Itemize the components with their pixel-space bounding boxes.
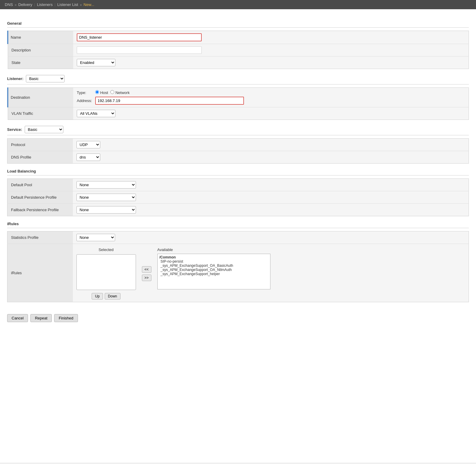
radio-network[interactable] bbox=[110, 90, 114, 94]
destination-label: Destination bbox=[8, 88, 73, 107]
lb-section-header: Load Balancing bbox=[7, 169, 469, 173]
service-table: Protocol UDP TCP Any DNS Profile dns Non… bbox=[7, 138, 469, 164]
listener-section-header: Listener: Basic Advanced bbox=[7, 75, 469, 82]
address-input[interactable] bbox=[95, 97, 244, 105]
dns-profile-value-cell: dns None bbox=[73, 151, 469, 164]
service-section-label: Service: bbox=[7, 127, 22, 132]
vlan-traffic-select[interactable]: All VLANs Enabled on Disabled on bbox=[77, 110, 115, 117]
dest-addr-row: Address: bbox=[77, 97, 465, 105]
protocol-label: Protocol bbox=[7, 139, 73, 151]
up-button[interactable]: Up bbox=[92, 293, 103, 300]
radio-host-label[interactable]: Host bbox=[95, 90, 108, 95]
breadcrumb-delivery[interactable]: Delivery bbox=[18, 2, 32, 7]
vlan-traffic-row: VLAN Traffic All VLANs Enabled on Disabl… bbox=[8, 107, 469, 120]
type-label: Type: bbox=[77, 90, 93, 95]
dns-profile-row: DNS Profile dns None bbox=[7, 151, 469, 164]
transfer-left-button[interactable]: << bbox=[142, 266, 151, 273]
available-item-1[interactable]: SIP-no-persist bbox=[159, 259, 268, 264]
irules-table: Statistics Profile None iRules Selected … bbox=[7, 231, 469, 302]
fallback-persistence-select[interactable]: None bbox=[76, 206, 136, 214]
description-value-cell bbox=[73, 44, 469, 57]
service-section-header: Service: Basic Advanced bbox=[7, 126, 469, 133]
breadcrumb-new: New... bbox=[84, 2, 94, 7]
fallback-persistence-label: Fallback Persistence Profile bbox=[7, 204, 73, 216]
protocol-row: Protocol UDP TCP Any bbox=[7, 139, 469, 151]
destination-value-cell: Type: Host Network Address: bbox=[73, 88, 469, 107]
arrow-col: << >> bbox=[142, 266, 151, 281]
breadcrumb-bar: DNS » Delivery : Listeners : Listener Li… bbox=[0, 0, 476, 9]
fallback-persistence-row: Fallback Persistence Profile None bbox=[7, 204, 469, 216]
transfer-right-button[interactable]: >> bbox=[142, 275, 151, 281]
irules-available-box[interactable]: /Common SIP-no-persist _sys_APM_Exchange… bbox=[157, 254, 270, 289]
breadcrumb-listeners[interactable]: Listeners bbox=[37, 2, 53, 7]
irules-available-col: Available /Common SIP-no-persist _sys_AP… bbox=[157, 247, 270, 289]
dns-profile-label: DNS Profile bbox=[7, 151, 73, 164]
updown-row: Up Down bbox=[92, 293, 120, 300]
breadcrumb-sep2: : bbox=[34, 2, 35, 7]
name-label: Name bbox=[8, 31, 73, 44]
available-item-2[interactable]: _sys_APM_ExchangeSupport_OA_BasicAuth bbox=[159, 264, 268, 268]
selected-col-label: Selected bbox=[98, 247, 114, 252]
statistics-profile-row: Statistics Profile None bbox=[7, 231, 469, 244]
general-table: Name Description State Enabled Disabled bbox=[7, 31, 469, 69]
available-col-label: Available bbox=[157, 247, 173, 252]
default-persistence-label: Default Persistence Profile bbox=[7, 191, 73, 204]
radio-network-label[interactable]: Network bbox=[110, 90, 129, 95]
dest-type-row: Type: Host Network bbox=[77, 90, 465, 95]
radio-host-text: Host bbox=[100, 90, 108, 95]
finished-button[interactable]: Finished bbox=[54, 314, 78, 322]
description-input[interactable] bbox=[77, 46, 202, 54]
radio-network-text: Network bbox=[115, 90, 130, 95]
general-section-header: General bbox=[7, 21, 469, 26]
available-item-4[interactable]: _sys_APM_ExchangeSupport_helper bbox=[159, 272, 268, 276]
statistics-profile-value-cell: None bbox=[73, 231, 469, 244]
default-pool-select[interactable]: None bbox=[76, 181, 136, 189]
irules-row: iRules Selected Up Down << bbox=[7, 244, 469, 302]
statistics-profile-select[interactable]: None bbox=[76, 234, 115, 241]
state-row: State Enabled Disabled bbox=[8, 57, 469, 69]
listener-mode-select[interactable]: Basic Advanced bbox=[26, 75, 65, 82]
default-pool-value-cell: None bbox=[73, 179, 469, 191]
default-persistence-row: Default Persistence Profile None bbox=[7, 191, 469, 204]
dns-profile-select[interactable]: dns None bbox=[76, 153, 100, 161]
state-value-cell: Enabled Disabled bbox=[73, 57, 469, 69]
fallback-persistence-value-cell: None bbox=[73, 204, 469, 216]
destination-inner: Type: Host Network Address: bbox=[77, 90, 465, 105]
protocol-value-cell: UDP TCP Any bbox=[73, 139, 469, 151]
state-label: State bbox=[8, 57, 73, 69]
listener-section-label: Listener: bbox=[7, 76, 24, 81]
breadcrumb-dns[interactable]: DNS bbox=[5, 2, 13, 7]
statistics-profile-label: Statistics Profile bbox=[7, 231, 73, 244]
state-select[interactable]: Enabled Disabled bbox=[77, 59, 115, 66]
irules-selected-col: Selected Up Down bbox=[76, 247, 136, 300]
irules-selected-listbox[interactable] bbox=[76, 254, 136, 290]
main-content: General Name Description State Enabled D… bbox=[0, 9, 476, 463]
service-mode-select[interactable]: Basic Advanced bbox=[25, 126, 63, 133]
name-input[interactable] bbox=[77, 33, 202, 41]
name-value-cell bbox=[73, 31, 469, 44]
protocol-select[interactable]: UDP TCP Any bbox=[76, 141, 100, 148]
cancel-button[interactable]: Cancel bbox=[7, 314, 28, 322]
bottom-buttons: Cancel Repeat Finished bbox=[7, 309, 469, 322]
listener-table: Destination Type: Host Network bbox=[7, 87, 469, 120]
available-group-header: /Common bbox=[159, 255, 268, 259]
destination-row: Destination Type: Host Network bbox=[8, 88, 469, 107]
irules-value-cell: Selected Up Down << >> Availabl bbox=[73, 244, 469, 302]
repeat-button[interactable]: Repeat bbox=[30, 314, 52, 322]
breadcrumb-listener-list[interactable]: Listener List bbox=[57, 2, 78, 7]
available-item-3[interactable]: _sys_APM_ExchangeSupport_OA_NtlmAuth bbox=[159, 268, 268, 272]
breadcrumb-sep1: » bbox=[15, 3, 16, 7]
address-label: Address: bbox=[77, 98, 93, 103]
default-persistence-select[interactable]: None bbox=[76, 194, 136, 201]
vlan-traffic-label: VLAN Traffic bbox=[8, 107, 73, 120]
default-pool-row: Default Pool None bbox=[7, 179, 469, 191]
irules-container: Selected Up Down << >> Availabl bbox=[76, 247, 465, 300]
breadcrumb-sep4: » bbox=[80, 3, 82, 7]
description-row: Description bbox=[8, 44, 469, 57]
down-button[interactable]: Down bbox=[105, 293, 120, 300]
lb-table: Default Pool None Default Persistence Pr… bbox=[7, 178, 469, 216]
irules-section-header: iRules bbox=[7, 222, 469, 226]
vlan-traffic-value-cell: All VLANs Enabled on Disabled on bbox=[73, 107, 469, 120]
irules-label: iRules bbox=[7, 244, 73, 302]
radio-host[interactable] bbox=[95, 90, 99, 94]
